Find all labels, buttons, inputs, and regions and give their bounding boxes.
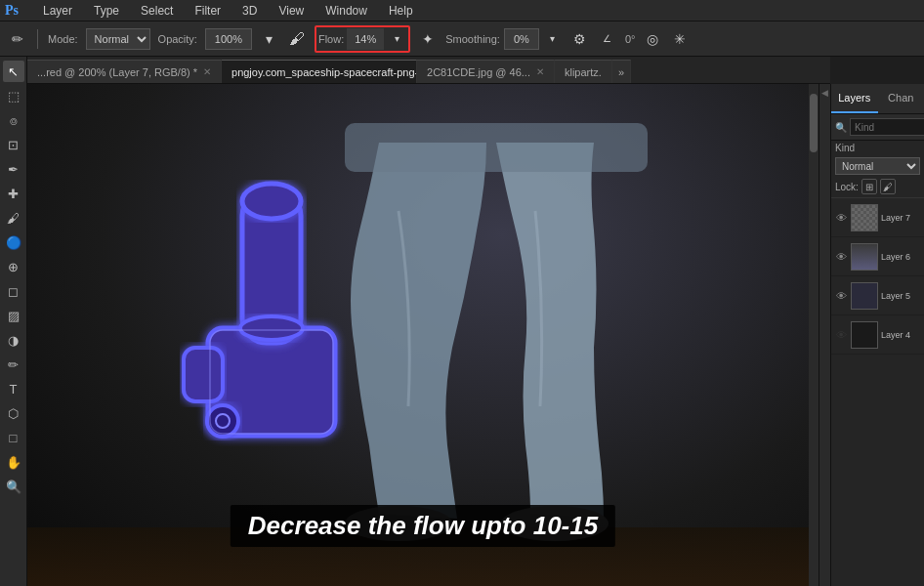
layers-search: 🔍 (831, 114, 924, 141)
menu-layer[interactable]: Layer (39, 3, 76, 19)
tool-path[interactable]: ⬡ (3, 402, 24, 424)
menu-help[interactable]: Help (385, 3, 417, 19)
tool-gradient[interactable]: ▨ (3, 305, 24, 326)
lock-label: Lock: (835, 182, 859, 192)
tab-1-close[interactable]: ✕ (203, 66, 211, 77)
layers-list: 👁 Layer 7 👁 Layer 6 (831, 198, 924, 586)
menu-view[interactable]: View (274, 3, 308, 19)
layer-row-3[interactable]: 👁 Layer 5 (831, 276, 924, 315)
svg-rect-4 (184, 348, 223, 401)
layers-search-input[interactable] (850, 118, 924, 136)
toolbar: ✏ Mode: Normal Opacity: ▾ 🖌 Flow: ▾ ✦ Sm… (0, 21, 924, 57)
smoothing-input[interactable] (504, 28, 539, 50)
collapse-arrow[interactable]: ◀ (821, 88, 828, 98)
tab-more[interactable]: » (612, 60, 631, 83)
layer-4-name: Layer 4 (881, 330, 921, 340)
tool-heal[interactable]: ✚ (3, 183, 24, 204)
menu-3d[interactable]: 3D (238, 3, 261, 19)
tool-select[interactable]: ⬚ (3, 85, 24, 106)
extra-icon[interactable]: ✳ (670, 29, 690, 49)
tool-shape[interactable]: □ (3, 427, 24, 448)
menu-window[interactable]: Window (321, 3, 371, 19)
tool-history[interactable]: ⊕ (3, 256, 24, 277)
tab-1-label: ...red @ 200% (Layer 7, RGB/8) * (37, 66, 197, 78)
neon-hand-icon (130, 138, 403, 460)
layers-panel: Layers Chan 🔍 Kind (830, 84, 924, 586)
menu-type[interactable]: Type (90, 3, 123, 19)
smoothing-label: Smoothing: (445, 33, 500, 45)
layer-3-name: Layer 5 (881, 291, 921, 301)
layer-row-2[interactable]: 👁 Layer 6 (831, 237, 924, 276)
tool-brush[interactable]: 🖌 (3, 207, 24, 229)
tab-3-close[interactable]: ✕ (536, 66, 544, 77)
canvas-scrollbar[interactable] (809, 84, 819, 586)
svg-point-8 (207, 405, 238, 437)
layer-1-visibility[interactable]: 👁 (834, 211, 848, 225)
tool-pen[interactable]: ✏ (3, 354, 24, 375)
opacity-label: Opacity: (158, 33, 197, 45)
tab-3[interactable]: 2C81CDE.jpg @ 46... ✕ (417, 60, 555, 83)
tab-1[interactable]: ...red @ 200% (Layer 7, RGB/8) * ✕ (27, 60, 222, 83)
layer-4-thumb (851, 321, 878, 349)
layer-2-visibility[interactable]: 👁 (834, 250, 848, 264)
tool-text[interactable]: T (3, 378, 24, 399)
tab-2-label: pngjoy.com_spaceship-spacecraft-png-hd-p… (231, 66, 417, 78)
layer-2-name: Layer 6 (881, 252, 921, 262)
kind-label-row: Kind (831, 141, 924, 155)
tool-lasso[interactable]: ⌾ (3, 109, 24, 131)
opacity-arrow[interactable]: ▾ (260, 29, 279, 49)
menu-filter[interactable]: Filter (190, 3, 225, 19)
smoothing-section: Smoothing: ▾ (445, 28, 563, 50)
tool-crop[interactable]: ⊡ (3, 134, 24, 155)
flow-input[interactable] (347, 28, 384, 50)
tool-stamp[interactable]: 🔵 (3, 231, 24, 253)
panel-collapse-strip[interactable]: ◀ (819, 84, 830, 586)
angle-icon[interactable]: ∠ (598, 29, 617, 49)
mode-label: Mode: (48, 33, 78, 45)
canvas-area: Decrease the flow upto 10-15 (27, 84, 819, 586)
tool-eyedropper[interactable]: ✒ (3, 158, 24, 180)
layer-3-visibility[interactable]: 👁 (834, 289, 848, 303)
tool-hand[interactable]: ✋ (3, 451, 24, 473)
layer-row-1[interactable]: 👁 Layer 7 (831, 198, 924, 237)
tool-dodge[interactable]: ◑ (3, 329, 24, 351)
svg-point-7 (242, 184, 301, 219)
opacity-input[interactable] (205, 28, 252, 50)
kind-label: Kind (835, 143, 855, 153)
tabs-bar: ...red @ 200% (Layer 7, RGB/8) * ✕ pngjo… (27, 57, 830, 84)
flow-arrow[interactable]: ▾ (387, 29, 406, 49)
left-toolbar: ↖ ⬚ ⌾ ⊡ ✒ ✚ 🖌 🔵 ⊕ ◻ ▨ ◑ ✏ T ⬡ □ ✋ 🔍 (0, 57, 27, 586)
layers-lock-row: Lock: ⊞ 🖌 (831, 177, 924, 198)
tab-2[interactable]: pngjoy.com_spaceship-spacecraft-png-hd-p… (222, 60, 417, 83)
tool-move[interactable]: ↖ (3, 61, 24, 82)
tool-zoom[interactable]: 🔍 (3, 476, 24, 497)
layer-row-4[interactable]: 👁 Layer 4 (831, 315, 924, 355)
tool-icon[interactable]: ✏ (8, 29, 27, 49)
smoothing-arrow[interactable]: ▾ (543, 29, 563, 49)
layer-1-thumb (851, 204, 878, 231)
layers-tab[interactable]: Layers (831, 84, 878, 113)
layers-panel-content: 🔍 Kind Normal Lock: (831, 114, 924, 586)
symmetry-icon[interactable]: ◎ (643, 29, 662, 49)
channels-tab[interactable]: Chan (878, 84, 925, 113)
airbrush-icon[interactable]: ✦ (418, 29, 438, 49)
flow-box: Flow: ▾ (315, 25, 410, 53)
lock-transparent-btn[interactable]: ⊞ (861, 179, 877, 194)
settings-icon[interactable]: ⚙ (570, 29, 590, 49)
mode-select[interactable]: Normal (86, 28, 150, 50)
menu-select[interactable]: Select (137, 3, 177, 19)
layer-2-thumb (851, 243, 878, 271)
panel-tabs: Layers Chan (831, 84, 924, 114)
scrollbar-thumb[interactable] (810, 94, 818, 152)
tool-eraser[interactable]: ◻ (3, 280, 24, 302)
ps-logo: Ps (5, 3, 19, 19)
tab-3-label: 2C81CDE.jpg @ 46... (427, 66, 530, 78)
lock-image-btn[interactable]: 🖌 (880, 179, 896, 194)
layer-1-name: Layer 7 (881, 213, 921, 223)
layers-blend-row: Normal (831, 155, 924, 177)
brush-icon[interactable]: 🖌 (287, 29, 307, 49)
blend-mode-select[interactable]: Normal (835, 157, 920, 175)
layer-4-visibility[interactable]: 👁 (834, 328, 848, 342)
tab-4[interactable]: klipartz. (555, 60, 612, 83)
flow-label: Flow: (318, 33, 344, 45)
